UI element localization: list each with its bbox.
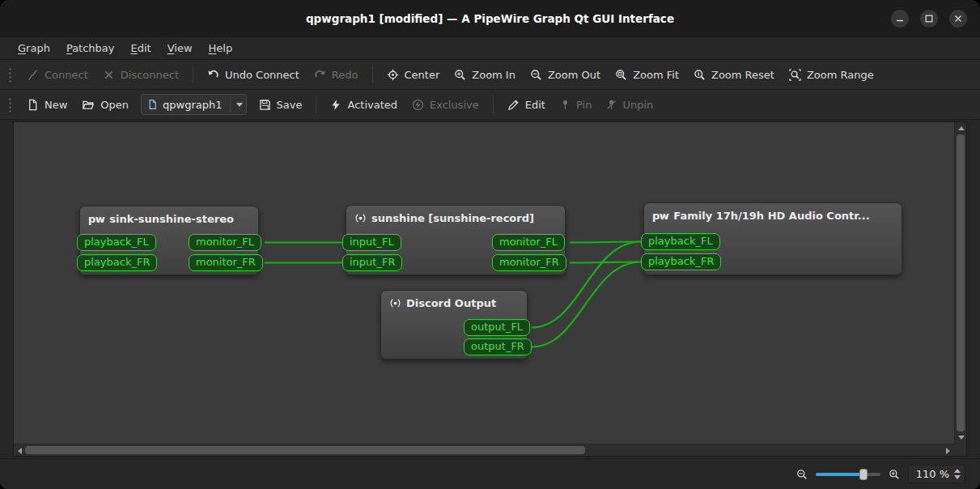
- zoom-reset-icon: [694, 69, 706, 81]
- port-output[interactable]: monitor_FL: [492, 234, 565, 251]
- pencil-icon: [507, 99, 520, 111]
- maximize-icon: [925, 15, 933, 23]
- zoom-spinbox[interactable]: 110 %: [908, 465, 965, 483]
- port-input[interactable]: playback_FL: [77, 234, 156, 251]
- unpin-icon: [606, 99, 617, 111]
- horizontal-scrollbar-thumb[interactable]: [25, 446, 585, 454]
- port-input[interactable]: input_FR: [342, 254, 402, 271]
- scroll-down-button[interactable]: [955, 432, 967, 444]
- zoom-range-icon: [789, 69, 801, 81]
- scroll-left-button[interactable]: [14, 444, 26, 457]
- record-icon: [389, 297, 401, 309]
- connection-edge[interactable]: [570, 262, 641, 263]
- zoom-reset-button[interactable]: Zoom Reset: [686, 65, 782, 85]
- zoom-slider-handle[interactable]: [859, 469, 868, 480]
- vertical-scrollbar[interactable]: [954, 122, 966, 444]
- patchbay-profile-combo[interactable]: qpwgraph1: [141, 94, 246, 115]
- pin-button: Pin: [553, 95, 599, 115]
- port-output[interactable]: monitor_FR: [189, 254, 263, 271]
- scrollbar-corner: [954, 444, 966, 456]
- chevron-down-icon: [236, 103, 243, 107]
- open-folder-icon: [82, 99, 95, 111]
- save-button[interactable]: Save: [252, 95, 310, 115]
- toolbar-drag-handle[interactable]: [8, 96, 13, 113]
- menu-help[interactable]: Help: [201, 39, 241, 57]
- arrow-down-icon: [958, 436, 965, 440]
- scroll-up-button[interactable]: [955, 122, 967, 134]
- port-output[interactable]: monitor_FL: [189, 234, 261, 251]
- record-icon: [354, 212, 367, 224]
- port-input[interactable]: playback_FR: [77, 254, 157, 271]
- redo-button: Redo: [307, 65, 366, 85]
- zoom-range-button[interactable]: Zoom Range: [782, 65, 881, 85]
- open-button[interactable]: Open: [74, 95, 136, 115]
- close-button[interactable]: [949, 10, 967, 28]
- undo-connect-button[interactable]: Undo Connect: [200, 65, 307, 85]
- port-output[interactable]: output_FL: [464, 319, 530, 336]
- vertical-scrollbar-thumb[interactable]: [957, 134, 965, 432]
- spin-down-button[interactable]: [954, 475, 961, 479]
- zoom-fit-icon: [615, 69, 627, 81]
- node-title-bar: pw Family 17h/19h HD Audio Contr...: [644, 203, 902, 225]
- port-input[interactable]: input_FL: [342, 234, 401, 251]
- connection-edges: [14, 122, 965, 456]
- menu-graph[interactable]: Graph: [10, 39, 58, 57]
- pin-icon: [560, 99, 571, 111]
- combo-dropdown-button[interactable]: [230, 97, 243, 112]
- toolbar-separator: [372, 66, 373, 83]
- exclusive-toggle: Exclusive: [405, 95, 486, 115]
- spin-up-button[interactable]: [954, 469, 961, 473]
- new-button[interactable]: New: [19, 95, 74, 115]
- zoom-out-icon[interactable]: [796, 469, 808, 480]
- edit-toggle[interactable]: Edit: [500, 95, 553, 115]
- connect-button: Connect: [19, 65, 95, 85]
- toolbar-patchbay: New Open qpwgraph1 Save: [0, 90, 980, 120]
- toolbar-separator: [316, 96, 316, 113]
- node-title-bar: pw sink-sunshine-stereo: [80, 206, 258, 228]
- activated-toggle[interactable]: Activated: [323, 95, 405, 115]
- toolbar-separator: [193, 66, 193, 83]
- menu-patchbay[interactable]: Patchbay: [58, 39, 123, 57]
- graph-canvas[interactable]: pw sink-sunshine-stereo playback_FL play…: [13, 121, 967, 457]
- titlebar[interactable]: qpwgraph1 [modified] — A PipeWire Graph …: [0, 0, 980, 37]
- zoom-in-icon: [454, 69, 466, 81]
- toolbar-graph: Connect Disconnect Undo Connect Redo: [0, 60, 980, 90]
- node-title: sunshine [sunshine-record]: [371, 212, 534, 224]
- zoom-in-icon[interactable]: [889, 469, 900, 480]
- zoom-out-button[interactable]: Zoom Out: [523, 65, 608, 85]
- close-icon: [954, 15, 962, 23]
- port-output[interactable]: monitor_FR: [492, 254, 566, 271]
- toolbar-separator: [493, 96, 494, 113]
- arrow-right-icon: [946, 448, 950, 454]
- spin-arrows: [954, 469, 961, 479]
- undo-icon: [207, 69, 219, 81]
- disconnect-icon: [103, 69, 115, 81]
- menubar: Graph Patchbay Edit View Help: [0, 37, 980, 60]
- arrow-up-icon: [958, 126, 965, 130]
- zoom-fit-button[interactable]: Zoom Fit: [608, 65, 686, 85]
- window-controls: [891, 0, 967, 37]
- center-button[interactable]: Center: [380, 65, 448, 85]
- connect-icon: [27, 69, 39, 81]
- maximize-button[interactable]: [920, 10, 938, 28]
- save-icon: [259, 99, 271, 111]
- toolbar-drag-handle[interactable]: [8, 66, 13, 83]
- window-title: qpwgraph1 [modified] — A PipeWire Graph …: [306, 12, 674, 25]
- zoom-slider-fill: [816, 473, 863, 476]
- node-title: sink-sunshine-stereo: [109, 213, 234, 225]
- minimize-button[interactable]: [891, 10, 909, 28]
- scroll-right-button[interactable]: [942, 444, 954, 457]
- zoom-in-button[interactable]: Zoom In: [447, 65, 523, 85]
- unpin-button: Unpin: [599, 95, 660, 115]
- connection-edge[interactable]: [570, 242, 641, 243]
- patchbay-profile-value: qpwgraph1: [163, 99, 222, 111]
- menu-view[interactable]: View: [159, 39, 201, 57]
- zoom-slider[interactable]: [816, 466, 880, 483]
- minimize-icon: [896, 15, 904, 23]
- port-input[interactable]: playback_FL: [641, 233, 720, 250]
- new-file-icon: [27, 99, 39, 111]
- port-output[interactable]: output_FR: [464, 338, 532, 355]
- port-input[interactable]: playback_FR: [641, 253, 721, 270]
- horizontal-scrollbar[interactable]: [14, 444, 954, 456]
- menu-edit[interactable]: Edit: [123, 39, 159, 57]
